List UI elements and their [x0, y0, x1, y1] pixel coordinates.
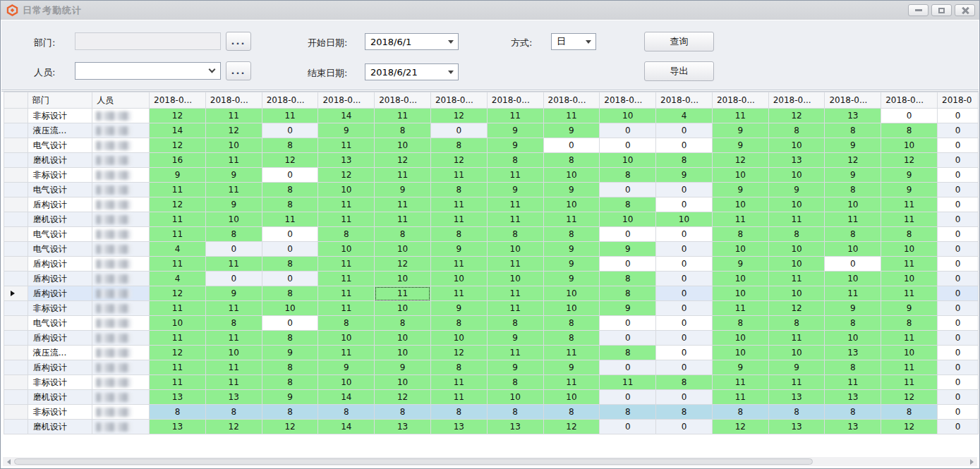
attendance-cell[interactable]: 12 — [881, 390, 938, 405]
attendance-cell[interactable]: 11 — [881, 212, 938, 227]
attendance-cell[interactable]: 0 — [543, 138, 600, 153]
row-header[interactable] — [4, 183, 28, 197]
attendance-cell[interactable]: 0 — [656, 123, 713, 138]
attendance-cell[interactable]: 8 — [768, 405, 825, 420]
attendance-cell[interactable]: 8 — [825, 123, 881, 138]
attendance-cell[interactable]: 12 — [825, 153, 881, 168]
person-cell[interactable] — [92, 257, 150, 272]
dept-cell[interactable]: 盾构设计 — [28, 360, 92, 375]
attendance-cell[interactable]: 8 — [487, 375, 543, 390]
attendance-cell[interactable]: 11 — [430, 286, 487, 301]
attendance-cell[interactable]: 12 — [712, 153, 768, 168]
attendance-cell[interactable]: 9 — [543, 183, 600, 197]
attendance-cell[interactable]: 10 — [205, 212, 262, 227]
mode-select[interactable]: 日 — [551, 33, 596, 50]
attendance-cell[interactable]: 8 — [318, 405, 375, 420]
attendance-cell[interactable]: 10 — [881, 138, 938, 153]
attendance-cell[interactable]: 13 — [487, 420, 543, 434]
attendance-cell[interactable]: 10 — [712, 286, 768, 301]
attendance-cell[interactable]: 12 — [150, 138, 206, 153]
attendance-cell[interactable]: 9 — [600, 242, 656, 257]
row-header[interactable] — [4, 227, 28, 242]
attendance-cell[interactable]: 9 — [318, 123, 375, 138]
grid-corner[interactable] — [4, 92, 28, 109]
attendance-cell[interactable]: 12 — [430, 109, 487, 123]
attendance-cell[interactable]: 0 — [938, 227, 979, 242]
attendance-cell[interactable]: 11 — [487, 168, 543, 183]
dept-cell[interactable]: 非标设计 — [28, 405, 92, 420]
attendance-cell[interactable]: 11 — [150, 212, 206, 227]
attendance-cell[interactable]: 0 — [938, 197, 979, 212]
attendance-cell[interactable]: 13 — [825, 109, 881, 123]
column-header-date-13[interactable]: 2018-0... — [825, 92, 881, 109]
dept-cell[interactable]: 非标设计 — [28, 109, 92, 123]
horizontal-scrollbar[interactable] — [3, 457, 977, 466]
attendance-cell[interactable]: 0 — [600, 183, 656, 197]
attendance-cell[interactable]: 8 — [430, 227, 487, 242]
attendance-cell[interactable]: 9 — [318, 360, 375, 375]
attendance-cell[interactable]: 10 — [768, 138, 825, 153]
attendance-cell[interactable]: 10 — [318, 331, 375, 346]
attendance-cell[interactable]: 10 — [825, 331, 881, 346]
attendance-cell[interactable]: 12 — [150, 346, 206, 360]
attendance-cell[interactable]: 11 — [881, 375, 938, 390]
attendance-cell[interactable]: 11 — [375, 286, 431, 301]
attendance-cell[interactable]: 10 — [768, 257, 825, 272]
attendance-cell[interactable]: 8 — [712, 405, 768, 420]
dept-cell[interactable]: 盾构设计 — [28, 331, 92, 346]
attendance-cell[interactable]: 8 — [543, 227, 600, 242]
attendance-cell[interactable]: 9 — [487, 360, 543, 375]
dept-cell[interactable]: 磨机设计 — [28, 390, 92, 405]
attendance-cell[interactable]: 11 — [430, 375, 487, 390]
attendance-cell[interactable]: 11 — [375, 212, 431, 227]
attendance-cell[interactable]: 14 — [150, 123, 206, 138]
dept-cell[interactable]: 非标设计 — [28, 301, 92, 316]
attendance-cell[interactable]: 0 — [656, 197, 713, 212]
attendance-cell[interactable]: 9 — [712, 183, 768, 197]
attendance-cell[interactable]: 13 — [825, 420, 881, 434]
person-cell[interactable] — [92, 227, 150, 242]
attendance-cell[interactable]: 11 — [375, 197, 431, 212]
attendance-cell[interactable]: 8 — [487, 153, 543, 168]
attendance-cell[interactable]: 11 — [150, 227, 206, 242]
attendance-cell[interactable]: 8 — [768, 123, 825, 138]
attendance-cell[interactable]: 10 — [881, 346, 938, 360]
attendance-cell[interactable]: 16 — [150, 153, 206, 168]
person-cell[interactable] — [92, 360, 150, 375]
dept-cell[interactable]: 磨机设计 — [28, 420, 92, 434]
attendance-cell[interactable]: 10 — [768, 346, 825, 360]
attendance-cell[interactable]: 11 — [881, 197, 938, 212]
attendance-cell[interactable]: 11 — [825, 286, 881, 301]
attendance-cell[interactable]: 8 — [656, 153, 713, 168]
attendance-cell[interactable]: 8 — [825, 360, 881, 375]
attendance-cell[interactable]: 0 — [656, 346, 713, 360]
attendance-cell[interactable]: 12 — [543, 420, 600, 434]
column-header-date-1[interactable]: 2018-0... — [150, 92, 206, 109]
attendance-cell[interactable]: 11 — [150, 331, 206, 346]
attendance-cell[interactable]: 9 — [375, 183, 431, 197]
attendance-cell[interactable]: 0 — [656, 390, 713, 405]
attendance-cell[interactable]: 0 — [600, 316, 656, 331]
attendance-cell[interactable]: 0 — [938, 390, 979, 405]
attendance-cell[interactable]: 11 — [712, 301, 768, 316]
attendance-cell[interactable]: 8 — [430, 138, 487, 153]
person-cell[interactable] — [92, 138, 150, 153]
column-header-date-7[interactable]: 2018-0... — [487, 92, 543, 109]
attendance-cell[interactable]: 0 — [938, 272, 979, 286]
attendance-cell[interactable]: 11 — [430, 168, 487, 183]
dept-cell[interactable]: 电气设计 — [28, 242, 92, 257]
column-header-date-12[interactable]: 2018-0... — [768, 92, 825, 109]
attendance-cell[interactable]: 8 — [487, 405, 543, 420]
attendance-cell[interactable]: 10 — [881, 242, 938, 257]
attendance-cell[interactable]: 0 — [656, 420, 713, 434]
attendance-cell[interactable]: 11 — [881, 331, 938, 346]
attendance-cell[interactable]: 8 — [430, 405, 487, 420]
attendance-cell[interactable]: 10 — [712, 168, 768, 183]
dept-input[interactable] — [75, 32, 221, 50]
attendance-cell[interactable]: 9 — [205, 197, 262, 212]
attendance-cell[interactable]: 0 — [600, 123, 656, 138]
attendance-cell[interactable]: 11 — [318, 301, 375, 316]
attendance-cell[interactable]: 8 — [881, 227, 938, 242]
attendance-cell[interactable]: 8 — [262, 138, 318, 153]
attendance-cell[interactable]: 0 — [938, 138, 979, 153]
